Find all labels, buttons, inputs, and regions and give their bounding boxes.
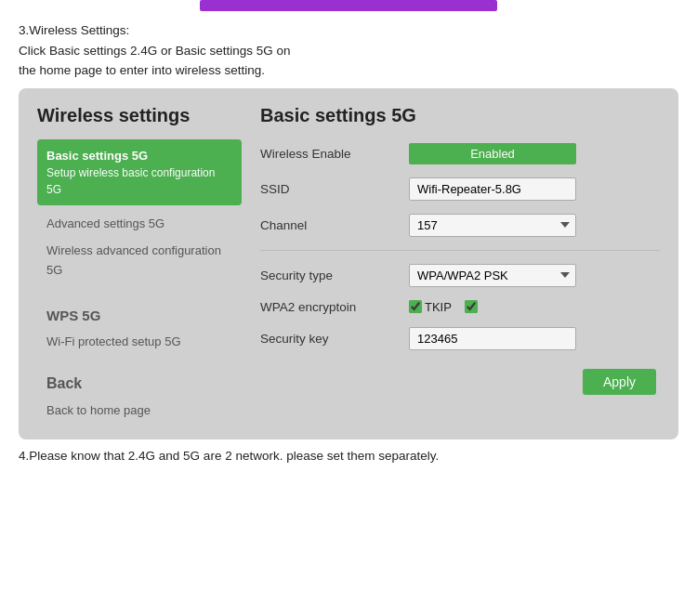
aes-checkbox[interactable] (465, 300, 478, 313)
sidebar-item-basic5g-sub: Setup wireless basic configuration 5G (46, 164, 232, 198)
wireless-enable-value: Enabled (409, 143, 660, 164)
top-bar (200, 0, 497, 11)
content-title: Basic settings 5G (260, 105, 660, 126)
ssid-row: SSID (260, 177, 660, 201)
intro-section: 3.Wireless Settings: Click Basic setting… (19, 20, 678, 81)
wpa2-encryption-label: WPA2 encryptoin (260, 300, 409, 314)
sidebar: Wireless settings Basic settings 5G Setu… (37, 105, 242, 421)
intro-line2: Click Basic settings 2.4G or Basic setti… (19, 44, 291, 58)
ssid-label: SSID (260, 182, 409, 196)
ssid-input[interactable] (409, 177, 576, 201)
tkip-checkbox[interactable] (409, 300, 422, 313)
security-type-value: WPA/WPA2 PSK (409, 264, 660, 287)
content-panel: Basic settings 5G Wireless Enable Enable… (242, 105, 660, 421)
sidebar-title: Wireless settings (37, 105, 242, 126)
channel-label: Channel (260, 218, 409, 232)
sidebar-item-wps[interactable]: WPS 5G (37, 300, 242, 331)
sidebar-item-basic5g[interactable]: Basic settings 5G Setup wireless basic c… (37, 139, 242, 206)
main-card: Wireless settings Basic settings 5G Setu… (19, 88, 678, 439)
security-type-select[interactable]: WPA/WPA2 PSK (409, 264, 576, 287)
security-key-label: Security key (260, 332, 409, 346)
back-sub-label[interactable]: Back to home page (37, 400, 242, 421)
channel-row: Channel 157 (260, 214, 660, 237)
sidebar-divider (46, 292, 232, 293)
footer-note: 4.Please know that 2.4G and 5G are 2 net… (19, 449, 678, 463)
sidebar-item-advanced5g-sub[interactable]: Wireless advanced configuration 5G (37, 238, 242, 284)
security-key-input[interactable] (409, 327, 576, 350)
aes-checkbox-label[interactable] (465, 300, 480, 313)
enabled-badge: Enabled (409, 143, 576, 164)
security-key-value (409, 327, 660, 350)
intro-label: Wireless Settings: (29, 23, 129, 37)
wireless-enable-label: Wireless Enable (260, 147, 409, 161)
sidebar-item-basic5g-main: Basic settings 5G (46, 147, 232, 165)
apply-row: Apply (260, 363, 660, 395)
content-divider (260, 250, 660, 251)
security-key-row: Security key (260, 327, 660, 350)
sidebar-divider2 (46, 360, 232, 360)
channel-value: 157 (409, 214, 660, 237)
apply-button[interactable]: Apply (583, 369, 656, 395)
intro-line3: the home page to enter into wireless set… (19, 63, 265, 77)
security-type-label: Security type (260, 269, 409, 282)
tkip-label: TKIP (425, 300, 452, 314)
sidebar-item-advanced5g-main[interactable]: Advanced settings 5G (37, 211, 242, 238)
back-button[interactable]: Back (37, 368, 242, 400)
sidebar-item-wps-sub[interactable]: Wi-Fi protected setup 5G (37, 331, 242, 352)
step-number: 3. (19, 23, 29, 37)
wpa2-encryption-checkboxes: TKIP (409, 300, 660, 314)
ssid-value (409, 177, 660, 201)
security-type-row: Security type WPA/WPA2 PSK (260, 264, 660, 287)
channel-select[interactable]: 157 (409, 214, 576, 237)
wireless-enable-row: Wireless Enable Enabled (260, 143, 660, 164)
wpa2-encryption-row: WPA2 encryptoin TKIP (260, 300, 660, 314)
tkip-checkbox-label[interactable]: TKIP (409, 300, 452, 314)
